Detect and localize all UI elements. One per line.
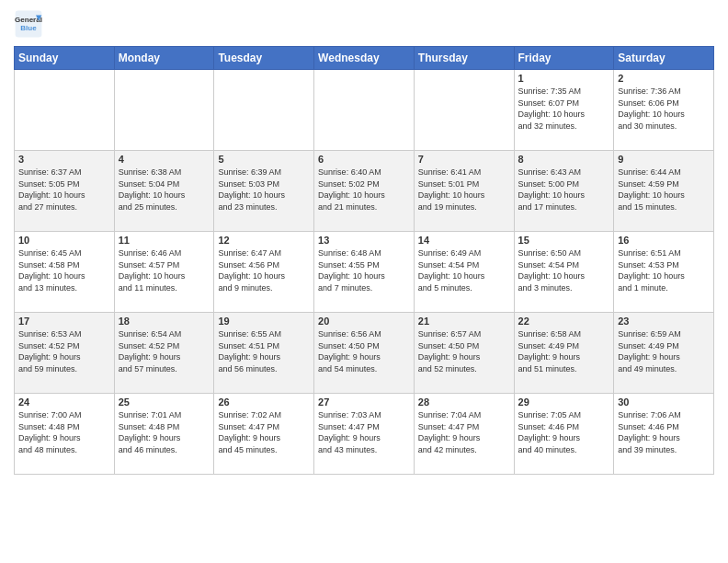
day-number: 15 (518, 235, 610, 246)
day-cell: 1Sunrise: 7:35 AM Sunset: 6:07 PM Daylig… (514, 70, 614, 151)
day-cell: 7Sunrise: 6:41 AM Sunset: 5:01 PM Daylig… (414, 151, 514, 232)
header-cell-wednesday: Wednesday (314, 47, 415, 70)
day-cell: 9Sunrise: 6:44 AM Sunset: 4:59 PM Daylig… (614, 151, 714, 232)
week-row-3: 10Sunrise: 6:45 AM Sunset: 4:58 PM Dayli… (15, 232, 714, 313)
day-info: Sunrise: 6:40 AM Sunset: 5:02 PM Dayligh… (318, 167, 410, 213)
day-info: Sunrise: 6:38 AM Sunset: 5:04 PM Dayligh… (119, 167, 210, 213)
day-cell: 29Sunrise: 7:05 AM Sunset: 4:46 PM Dayli… (514, 394, 614, 475)
day-info: Sunrise: 7:00 AM Sunset: 4:48 PM Dayligh… (18, 409, 110, 455)
day-cell (314, 70, 415, 151)
logo: General Blue (14, 9, 47, 39)
day-info: Sunrise: 6:44 AM Sunset: 4:59 PM Dayligh… (618, 167, 710, 213)
day-cell: 12Sunrise: 6:47 AM Sunset: 4:56 PM Dayli… (214, 232, 314, 313)
week-row-1: 1Sunrise: 7:35 AM Sunset: 6:07 PM Daylig… (15, 70, 714, 151)
header-row: SundayMondayTuesdayWednesdayThursdayFrid… (15, 47, 714, 70)
day-cell: 14Sunrise: 6:49 AM Sunset: 4:54 PM Dayli… (414, 232, 514, 313)
day-cell: 5Sunrise: 6:39 AM Sunset: 5:03 PM Daylig… (214, 151, 314, 232)
day-cell: 15Sunrise: 6:50 AM Sunset: 4:54 PM Dayli… (514, 232, 614, 313)
day-info: Sunrise: 7:03 AM Sunset: 4:47 PM Dayligh… (318, 409, 410, 455)
day-number: 25 (119, 396, 210, 408)
day-info: Sunrise: 6:39 AM Sunset: 5:03 PM Dayligh… (218, 167, 310, 213)
day-info: Sunrise: 6:53 AM Sunset: 4:52 PM Dayligh… (18, 328, 110, 374)
week-row-4: 17Sunrise: 6:53 AM Sunset: 4:52 PM Dayli… (15, 313, 714, 394)
day-number: 20 (318, 316, 410, 327)
day-info: Sunrise: 6:47 AM Sunset: 4:56 PM Dayligh… (218, 247, 310, 293)
day-info: Sunrise: 6:41 AM Sunset: 5:01 PM Dayligh… (418, 167, 510, 213)
day-number: 16 (618, 235, 710, 246)
day-cell (414, 70, 514, 151)
day-number: 5 (218, 154, 310, 165)
day-cell: 25Sunrise: 7:01 AM Sunset: 4:48 PM Dayli… (114, 394, 214, 475)
day-number: 30 (618, 396, 710, 408)
day-number: 14 (418, 235, 510, 246)
day-number: 2 (618, 73, 710, 84)
day-cell: 21Sunrise: 6:57 AM Sunset: 4:50 PM Dayli… (414, 313, 514, 394)
day-number: 6 (318, 154, 410, 165)
day-number: 27 (318, 396, 410, 408)
day-info: Sunrise: 7:35 AM Sunset: 6:07 PM Dayligh… (518, 86, 610, 132)
day-cell: 28Sunrise: 7:04 AM Sunset: 4:47 PM Dayli… (414, 394, 514, 475)
day-cell: 26Sunrise: 7:02 AM Sunset: 4:47 PM Dayli… (214, 394, 314, 475)
day-number: 19 (218, 316, 310, 327)
day-info: Sunrise: 6:46 AM Sunset: 4:57 PM Dayligh… (119, 247, 210, 293)
week-row-5: 24Sunrise: 7:00 AM Sunset: 4:48 PM Dayli… (15, 394, 714, 475)
day-info: Sunrise: 6:54 AM Sunset: 4:52 PM Dayligh… (119, 328, 210, 374)
day-info: Sunrise: 6:57 AM Sunset: 4:50 PM Dayligh… (418, 328, 510, 374)
day-number: 18 (119, 316, 210, 327)
day-number: 11 (119, 235, 210, 246)
day-number: 3 (18, 154, 110, 165)
header-cell-tuesday: Tuesday (214, 47, 314, 70)
day-info: Sunrise: 7:05 AM Sunset: 4:46 PM Dayligh… (518, 409, 610, 455)
day-cell: 16Sunrise: 6:51 AM Sunset: 4:53 PM Dayli… (614, 232, 714, 313)
day-info: Sunrise: 7:36 AM Sunset: 6:06 PM Dayligh… (618, 86, 710, 132)
day-cell: 8Sunrise: 6:43 AM Sunset: 5:00 PM Daylig… (514, 151, 614, 232)
day-cell: 3Sunrise: 6:37 AM Sunset: 5:05 PM Daylig… (15, 151, 115, 232)
day-info: Sunrise: 6:55 AM Sunset: 4:51 PM Dayligh… (218, 328, 310, 374)
day-cell: 18Sunrise: 6:54 AM Sunset: 4:52 PM Dayli… (114, 313, 214, 394)
day-number: 12 (218, 235, 310, 246)
day-number: 26 (218, 396, 310, 408)
logo-icon: General Blue (14, 9, 43, 39)
day-info: Sunrise: 6:45 AM Sunset: 4:58 PM Dayligh… (18, 247, 110, 293)
day-info: Sunrise: 6:43 AM Sunset: 5:00 PM Dayligh… (518, 167, 610, 213)
day-cell: 23Sunrise: 6:59 AM Sunset: 4:49 PM Dayli… (614, 313, 714, 394)
day-cell (15, 70, 115, 151)
day-number: 29 (518, 396, 610, 408)
day-number: 23 (618, 316, 710, 327)
header-cell-monday: Monday (114, 47, 214, 70)
day-info: Sunrise: 6:50 AM Sunset: 4:54 PM Dayligh… (518, 247, 610, 293)
day-cell: 6Sunrise: 6:40 AM Sunset: 5:02 PM Daylig… (314, 151, 415, 232)
week-row-2: 3Sunrise: 6:37 AM Sunset: 5:05 PM Daylig… (15, 151, 714, 232)
day-number: 8 (518, 154, 610, 165)
day-cell: 27Sunrise: 7:03 AM Sunset: 4:47 PM Dayli… (314, 394, 415, 475)
day-cell: 19Sunrise: 6:55 AM Sunset: 4:51 PM Dayli… (214, 313, 314, 394)
day-number: 4 (119, 154, 210, 165)
day-cell (114, 70, 214, 151)
day-cell: 22Sunrise: 6:58 AM Sunset: 4:49 PM Dayli… (514, 313, 614, 394)
day-number: 17 (18, 316, 110, 327)
day-info: Sunrise: 7:06 AM Sunset: 4:46 PM Dayligh… (618, 409, 710, 455)
day-number: 13 (318, 235, 410, 246)
day-info: Sunrise: 6:49 AM Sunset: 4:54 PM Dayligh… (418, 247, 510, 293)
day-cell: 2Sunrise: 7:36 AM Sunset: 6:06 PM Daylig… (614, 70, 714, 151)
day-cell (214, 70, 314, 151)
day-cell: 13Sunrise: 6:48 AM Sunset: 4:55 PM Dayli… (314, 232, 415, 313)
day-cell: 4Sunrise: 6:38 AM Sunset: 5:04 PM Daylig… (114, 151, 214, 232)
day-info: Sunrise: 7:04 AM Sunset: 4:47 PM Dayligh… (418, 409, 510, 455)
day-info: Sunrise: 6:51 AM Sunset: 4:53 PM Dayligh… (618, 247, 710, 293)
day-number: 10 (18, 235, 110, 246)
day-number: 9 (618, 154, 710, 165)
header-cell-friday: Friday (514, 47, 614, 70)
header-cell-sunday: Sunday (15, 47, 115, 70)
day-cell: 30Sunrise: 7:06 AM Sunset: 4:46 PM Dayli… (614, 394, 714, 475)
day-number: 24 (18, 396, 110, 408)
day-number: 28 (418, 396, 510, 408)
day-number: 7 (418, 154, 510, 165)
day-cell: 20Sunrise: 6:56 AM Sunset: 4:50 PM Dayli… (314, 313, 415, 394)
day-number: 21 (418, 316, 510, 327)
day-info: Sunrise: 6:56 AM Sunset: 4:50 PM Dayligh… (318, 328, 410, 374)
calendar-header: SundayMondayTuesdayWednesdayThursdayFrid… (15, 47, 714, 70)
day-cell: 17Sunrise: 6:53 AM Sunset: 4:52 PM Dayli… (15, 313, 115, 394)
page-container: General Blue SundayMondayTuesdayWednesda… (0, 0, 728, 479)
day-info: Sunrise: 7:02 AM Sunset: 4:47 PM Dayligh… (218, 409, 310, 455)
